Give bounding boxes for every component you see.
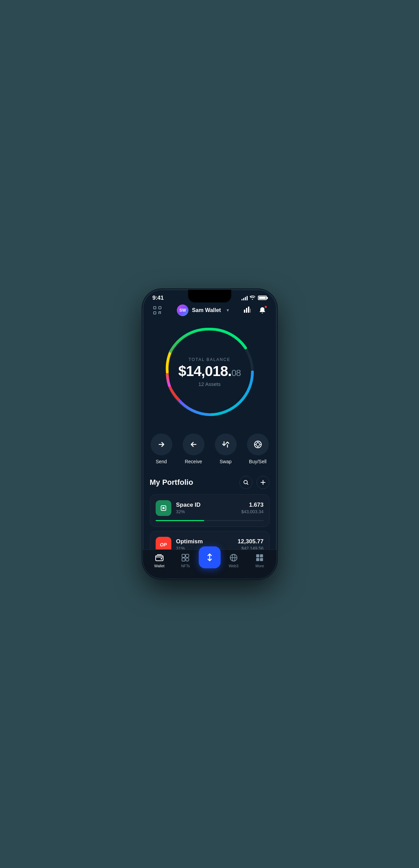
- center-action-button[interactable]: [199, 546, 221, 560]
- actions-row: Send Receive Swap: [143, 427, 276, 468]
- status-icons: [241, 295, 267, 301]
- asset-values-optimism: 12,305.77 $42,149.56: [238, 538, 264, 551]
- status-time: 9:41: [153, 295, 164, 301]
- svg-point-24: [230, 554, 237, 560]
- asset-card-space-id[interactable]: Space ID 32% 1.673 $43,003.34: [150, 494, 270, 527]
- more-nav-icon: [255, 553, 264, 560]
- asset-values-space-id: 1.673 $43,003.34: [241, 502, 263, 514]
- svg-rect-27: [260, 554, 263, 557]
- swap-action[interactable]: Swap: [215, 433, 237, 464]
- svg-rect-20: [182, 554, 185, 557]
- balance-display: $14,018.08: [178, 364, 240, 378]
- asset-name: Space ID: [176, 502, 237, 508]
- svg-rect-0: [154, 307, 156, 309]
- asset-percent: 32%: [176, 509, 237, 514]
- send-label: Send: [156, 459, 167, 464]
- notification-dot: [264, 305, 267, 309]
- web3-nav-icon: [229, 553, 238, 560]
- svg-rect-21: [186, 554, 189, 557]
- balance-label: TOTAL BALANCE: [178, 357, 240, 362]
- bottom-nav: Wallet NFTs: [143, 549, 276, 560]
- asset-row: Space ID 32% 1.673 $43,003.34: [156, 500, 264, 516]
- balance-whole: $14,018.08: [178, 363, 240, 379]
- avatar: SW: [177, 305, 188, 316]
- nav-more[interactable]: More: [247, 553, 273, 560]
- asset-name: Optimism: [176, 538, 233, 545]
- svg-rect-9: [248, 307, 249, 313]
- balance-assets: 12 Assets: [178, 381, 240, 387]
- svg-rect-19: [161, 558, 162, 559]
- user-profile[interactable]: SW Sam Wallet ▼: [177, 305, 230, 316]
- nfts-nav-icon: [181, 553, 190, 560]
- battery-icon: [258, 296, 267, 300]
- balance-circle: TOTAL BALANCE $14,018.08 12 Assets: [162, 324, 258, 420]
- asset-info-space-id: Space ID 32%: [176, 502, 237, 514]
- search-button[interactable]: [239, 476, 252, 489]
- asset-amount: 12,305.77: [238, 538, 264, 545]
- svg-rect-17: [162, 507, 165, 509]
- send-icon: [150, 433, 172, 455]
- receive-icon: [183, 433, 205, 455]
- svg-rect-28: [256, 558, 259, 560]
- signal-icon: [241, 296, 248, 300]
- scan-icon[interactable]: [151, 304, 163, 316]
- svg-point-23: [186, 558, 189, 560]
- svg-point-25: [232, 554, 235, 560]
- portfolio-header: My Portfolio: [150, 476, 270, 489]
- svg-rect-1: [159, 307, 161, 309]
- wifi-icon: [250, 295, 255, 301]
- balance-center: TOTAL BALANCE $14,018.08 12 Assets: [178, 357, 240, 387]
- progress-bar-space-id: [156, 520, 264, 521]
- nav-nfts[interactable]: NFTs: [172, 553, 199, 560]
- nav-center[interactable]: [199, 553, 221, 560]
- header: SW Sam Wallet ▼: [143, 301, 276, 321]
- send-action[interactable]: Send: [150, 433, 172, 464]
- nav-wallet[interactable]: Wallet: [146, 553, 173, 560]
- swap-icon: [215, 433, 237, 455]
- buysell-action[interactable]: Buy/Sell: [247, 433, 269, 464]
- portfolio-title: My Portfolio: [150, 478, 193, 487]
- add-button[interactable]: [257, 476, 270, 489]
- asset-usd: $43,003.34: [241, 509, 263, 514]
- svg-rect-26: [256, 554, 259, 557]
- progress-fill: [156, 520, 204, 521]
- receive-action[interactable]: Receive: [183, 433, 205, 464]
- swap-label: Swap: [220, 459, 232, 464]
- svg-rect-8: [246, 308, 247, 313]
- header-actions: [244, 305, 268, 316]
- svg-rect-22: [182, 558, 185, 560]
- dropdown-arrow-icon: ▼: [226, 308, 230, 313]
- chart-icon[interactable]: [244, 306, 251, 315]
- space-id-icon: [156, 500, 171, 516]
- user-name: Sam Wallet: [192, 307, 221, 313]
- nav-web3[interactable]: Web3: [221, 553, 247, 560]
- receive-label: Receive: [185, 459, 202, 464]
- asset-amount: 1.673: [241, 502, 263, 508]
- notification-button[interactable]: [257, 305, 268, 316]
- buysell-label: Buy/Sell: [249, 459, 266, 464]
- svg-rect-10: [250, 309, 251, 313]
- svg-rect-7: [244, 310, 245, 313]
- balance-section: TOTAL BALANCE $14,018.08 12 Assets: [143, 321, 276, 427]
- svg-rect-29: [260, 558, 263, 560]
- wallet-nav-icon: [155, 553, 164, 560]
- portfolio-actions: [239, 476, 270, 489]
- buysell-icon: [247, 433, 269, 455]
- svg-rect-2: [154, 312, 156, 314]
- svg-point-13: [256, 443, 260, 446]
